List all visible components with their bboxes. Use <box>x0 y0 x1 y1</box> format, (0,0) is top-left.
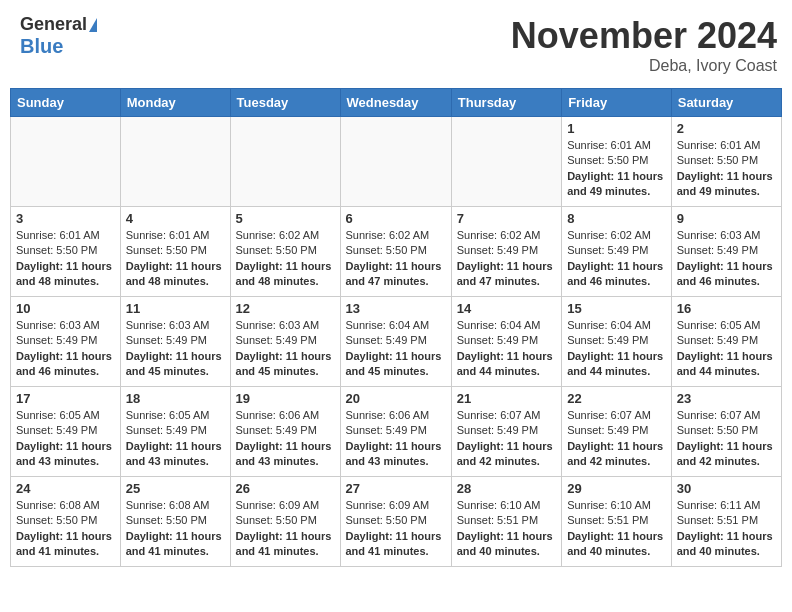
sunrise-text: Sunrise: 6:08 AM <box>16 498 115 513</box>
calendar-cell-w2-d7: 9Sunrise: 6:03 AMSunset: 5:49 PMDaylight… <box>671 207 781 297</box>
daylight-hours: Daylight: 11 hours <box>16 439 115 454</box>
sunset-text: Sunset: 5:49 PM <box>457 423 556 438</box>
col-saturday: Saturday <box>671 89 781 117</box>
day-number: 20 <box>346 391 446 406</box>
calendar-cell-w4-d4: 20Sunrise: 6:06 AMSunset: 5:49 PMDayligh… <box>340 387 451 477</box>
sunrise-text: Sunrise: 6:03 AM <box>236 318 335 333</box>
calendar-cell-w3-d4: 13Sunrise: 6:04 AMSunset: 5:49 PMDayligh… <box>340 297 451 387</box>
sunset-text: Sunset: 5:49 PM <box>236 333 335 348</box>
day-info: Sunrise: 6:09 AMSunset: 5:50 PMDaylight:… <box>346 498 446 560</box>
col-thursday: Thursday <box>451 89 561 117</box>
daylight-minutes: and 45 minutes. <box>126 364 225 379</box>
daylight-minutes: and 49 minutes. <box>677 184 776 199</box>
calendar-table: Sunday Monday Tuesday Wednesday Thursday… <box>10 88 782 567</box>
calendar-cell-w4-d6: 22Sunrise: 6:07 AMSunset: 5:49 PMDayligh… <box>562 387 672 477</box>
day-info: Sunrise: 6:01 AMSunset: 5:50 PMDaylight:… <box>126 228 225 290</box>
daylight-hours: Daylight: 11 hours <box>677 169 776 184</box>
calendar-cell-w2-d1: 3Sunrise: 6:01 AMSunset: 5:50 PMDaylight… <box>11 207 121 297</box>
calendar-cell-w1-d5 <box>451 117 561 207</box>
sunset-text: Sunset: 5:49 PM <box>16 423 115 438</box>
calendar-cell-w1-d1 <box>11 117 121 207</box>
sunrise-text: Sunrise: 6:01 AM <box>126 228 225 243</box>
sunset-text: Sunset: 5:51 PM <box>567 513 666 528</box>
calendar-cell-w5-d1: 24Sunrise: 6:08 AMSunset: 5:50 PMDayligh… <box>11 477 121 567</box>
col-wednesday: Wednesday <box>340 89 451 117</box>
day-number: 9 <box>677 211 776 226</box>
calendar-cell-w4-d7: 23Sunrise: 6:07 AMSunset: 5:50 PMDayligh… <box>671 387 781 477</box>
day-info: Sunrise: 6:05 AMSunset: 5:49 PMDaylight:… <box>677 318 776 380</box>
sunset-text: Sunset: 5:50 PM <box>236 513 335 528</box>
calendar-week-3: 10Sunrise: 6:03 AMSunset: 5:49 PMDayligh… <box>11 297 782 387</box>
day-info: Sunrise: 6:08 AMSunset: 5:50 PMDaylight:… <box>16 498 115 560</box>
sunrise-text: Sunrise: 6:03 AM <box>126 318 225 333</box>
daylight-hours: Daylight: 11 hours <box>457 259 556 274</box>
day-info: Sunrise: 6:04 AMSunset: 5:49 PMDaylight:… <box>567 318 666 380</box>
calendar-cell-w4-d5: 21Sunrise: 6:07 AMSunset: 5:49 PMDayligh… <box>451 387 561 477</box>
sunrise-text: Sunrise: 6:05 AM <box>677 318 776 333</box>
day-info: Sunrise: 6:04 AMSunset: 5:49 PMDaylight:… <box>346 318 446 380</box>
sunrise-text: Sunrise: 6:06 AM <box>236 408 335 423</box>
daylight-minutes: and 44 minutes. <box>567 364 666 379</box>
sunrise-text: Sunrise: 6:02 AM <box>457 228 556 243</box>
calendar-week-2: 3Sunrise: 6:01 AMSunset: 5:50 PMDaylight… <box>11 207 782 297</box>
day-info: Sunrise: 6:01 AMSunset: 5:50 PMDaylight:… <box>16 228 115 290</box>
calendar-cell-w5-d7: 30Sunrise: 6:11 AMSunset: 5:51 PMDayligh… <box>671 477 781 567</box>
day-info: Sunrise: 6:02 AMSunset: 5:50 PMDaylight:… <box>346 228 446 290</box>
sunrise-text: Sunrise: 6:11 AM <box>677 498 776 513</box>
sunrise-text: Sunrise: 6:08 AM <box>126 498 225 513</box>
daylight-hours: Daylight: 11 hours <box>567 169 666 184</box>
daylight-hours: Daylight: 11 hours <box>567 259 666 274</box>
day-number: 1 <box>567 121 666 136</box>
col-tuesday: Tuesday <box>230 89 340 117</box>
sunset-text: Sunset: 5:49 PM <box>346 423 446 438</box>
day-info: Sunrise: 6:02 AMSunset: 5:49 PMDaylight:… <box>457 228 556 290</box>
sunrise-text: Sunrise: 6:04 AM <box>346 318 446 333</box>
daylight-minutes: and 40 minutes. <box>457 544 556 559</box>
daylight-minutes: and 40 minutes. <box>567 544 666 559</box>
sunset-text: Sunset: 5:50 PM <box>16 513 115 528</box>
day-number: 13 <box>346 301 446 316</box>
daylight-hours: Daylight: 11 hours <box>677 349 776 364</box>
day-number: 21 <box>457 391 556 406</box>
day-number: 29 <box>567 481 666 496</box>
sunrise-text: Sunrise: 6:04 AM <box>457 318 556 333</box>
day-info: Sunrise: 6:03 AMSunset: 5:49 PMDaylight:… <box>126 318 225 380</box>
daylight-minutes: and 46 minutes. <box>567 274 666 289</box>
day-number: 2 <box>677 121 776 136</box>
daylight-hours: Daylight: 11 hours <box>16 259 115 274</box>
day-number: 19 <box>236 391 335 406</box>
day-number: 23 <box>677 391 776 406</box>
col-monday: Monday <box>120 89 230 117</box>
daylight-hours: Daylight: 11 hours <box>16 349 115 364</box>
calendar-cell-w3-d2: 11Sunrise: 6:03 AMSunset: 5:49 PMDayligh… <box>120 297 230 387</box>
calendar-week-4: 17Sunrise: 6:05 AMSunset: 5:49 PMDayligh… <box>11 387 782 477</box>
daylight-minutes: and 40 minutes. <box>677 544 776 559</box>
daylight-minutes: and 42 minutes. <box>567 454 666 469</box>
calendar-week-1: 1Sunrise: 6:01 AMSunset: 5:50 PMDaylight… <box>11 117 782 207</box>
day-number: 12 <box>236 301 335 316</box>
calendar-cell-w3-d7: 16Sunrise: 6:05 AMSunset: 5:49 PMDayligh… <box>671 297 781 387</box>
calendar-cell-w1-d3 <box>230 117 340 207</box>
sunrise-text: Sunrise: 6:02 AM <box>236 228 335 243</box>
daylight-minutes: and 45 minutes. <box>236 364 335 379</box>
sunset-text: Sunset: 5:50 PM <box>16 243 115 258</box>
day-info: Sunrise: 6:07 AMSunset: 5:50 PMDaylight:… <box>677 408 776 470</box>
day-number: 30 <box>677 481 776 496</box>
calendar-cell-w5-d2: 25Sunrise: 6:08 AMSunset: 5:50 PMDayligh… <box>120 477 230 567</box>
daylight-minutes: and 41 minutes. <box>346 544 446 559</box>
daylight-hours: Daylight: 11 hours <box>126 259 225 274</box>
col-sunday: Sunday <box>11 89 121 117</box>
daylight-hours: Daylight: 11 hours <box>677 259 776 274</box>
logo-text-blue: Blue <box>20 35 63 57</box>
calendar-cell-w2-d2: 4Sunrise: 6:01 AMSunset: 5:50 PMDaylight… <box>120 207 230 297</box>
sunset-text: Sunset: 5:50 PM <box>346 243 446 258</box>
calendar-cell-w3-d1: 10Sunrise: 6:03 AMSunset: 5:49 PMDayligh… <box>11 297 121 387</box>
daylight-minutes: and 42 minutes. <box>457 454 556 469</box>
sunrise-text: Sunrise: 6:07 AM <box>677 408 776 423</box>
day-number: 4 <box>126 211 225 226</box>
sunrise-text: Sunrise: 6:05 AM <box>126 408 225 423</box>
day-info: Sunrise: 6:06 AMSunset: 5:49 PMDaylight:… <box>236 408 335 470</box>
sunrise-text: Sunrise: 6:09 AM <box>346 498 446 513</box>
daylight-hours: Daylight: 11 hours <box>126 349 225 364</box>
logo: General Blue <box>20 15 97 57</box>
